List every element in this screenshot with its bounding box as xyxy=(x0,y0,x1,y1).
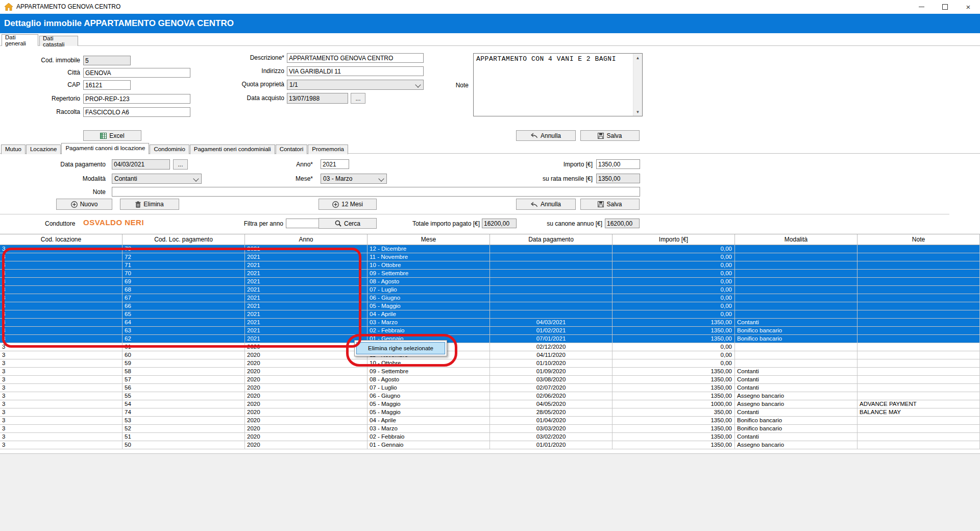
importo-field[interactable] xyxy=(596,159,640,169)
table-header-cell[interactable]: Importo [€] xyxy=(612,234,735,245)
raccolta-field[interactable] xyxy=(83,107,190,117)
note-textarea[interactable]: APPARTAMENTO CON 4 VANI E 2 BAGNI ▲ ▼ xyxy=(473,53,643,116)
anno-field[interactable] xyxy=(321,159,349,169)
table-row[interactable]: 356202007 - Luglio02/07/20201350,00Conta… xyxy=(0,384,980,392)
table-cell: Bonifico bancario xyxy=(735,327,857,335)
table-header-cell[interactable]: Cod. locazione xyxy=(0,234,122,245)
table-row[interactable]: 369202108 - Agosto0,00 xyxy=(0,278,980,286)
table-cell: 08 - Agosto xyxy=(368,278,490,286)
data-acquisto-field[interactable] xyxy=(287,93,348,104)
citta-field[interactable] xyxy=(83,68,190,78)
payment-note-field[interactable] xyxy=(112,187,640,197)
indirizzo-field[interactable] xyxy=(287,66,424,76)
table-cell: 60 xyxy=(122,351,245,359)
sub-tab[interactable]: Promemoria xyxy=(308,144,348,154)
salva-payment-button[interactable]: Salva xyxy=(580,199,640,210)
salva-top-button[interactable]: Salva xyxy=(580,130,640,141)
repertorio-field[interactable] xyxy=(83,94,190,104)
context-menu-item-elimina-righe[interactable]: Elimina righe selezionate xyxy=(356,342,445,354)
canone-annuo-field[interactable] xyxy=(605,219,640,228)
table-header-cell[interactable]: Cod. Loc. pagamento xyxy=(122,234,245,245)
data-acquisto-browse-button[interactable]: ... xyxy=(351,93,365,104)
table-cell: 2021 xyxy=(245,286,368,294)
sub-tab[interactable]: Pagamenti oneri condominiali xyxy=(190,144,275,154)
table-cell: 3 xyxy=(0,417,122,425)
table-row[interactable]: 361202012 - Dicembre02/12/20200,00 xyxy=(0,343,980,351)
sub-tab[interactable]: Pagamenti canoni di locazione xyxy=(61,143,149,154)
table-cell: 3 xyxy=(0,302,122,310)
table-cell: 64 xyxy=(122,319,245,327)
table-row[interactable]: 359202010 - Ottobre01/10/20200,00 xyxy=(0,359,980,368)
mese-dropdown[interactable]: 03 - Marzo xyxy=(321,174,387,184)
table-cell xyxy=(857,286,980,294)
table-row[interactable]: 355202006 - Giugno02/06/20201350,00Asseg… xyxy=(0,392,980,400)
table-row[interactable]: 353202004 - Aprile01/04/20201350,00Bonif… xyxy=(0,417,980,425)
sub-tab[interactable]: Locazione xyxy=(26,144,61,154)
app-window: APPARTAMENTO GENOVA CENTRO × Dettaglio i… xyxy=(0,0,980,531)
scroll-up-icon[interactable]: ▲ xyxy=(633,54,642,62)
table-row[interactable]: 366202105 - Maggio0,00 xyxy=(0,302,980,310)
table-cell xyxy=(857,294,980,302)
table-row[interactable]: 358202009 - Settembre01/09/20201350,00Co… xyxy=(0,368,980,376)
close-button[interactable]: × xyxy=(957,0,980,14)
minimize-button[interactable] xyxy=(910,0,933,14)
cerca-button[interactable]: Cerca xyxy=(318,218,377,229)
table-row[interactable]: 354202005 - Maggio04/05/20201000,00Asseg… xyxy=(0,400,980,408)
table-row[interactable]: 370202109 - Settembre0,00 xyxy=(0,270,980,278)
data-pagamento-browse-button[interactable]: ... xyxy=(173,159,188,170)
excel-button[interactable]: Excel xyxy=(83,130,141,141)
data-pagamento-field[interactable] xyxy=(112,159,170,170)
cap-field[interactable] xyxy=(83,80,131,90)
table-cell: Assegno bancario xyxy=(735,441,857,449)
table-row[interactable]: 357202008 - Agosto03/08/20201350,00Conta… xyxy=(0,376,980,384)
table-row[interactable]: 365202104 - Aprile0,00 xyxy=(0,310,980,319)
tab-dati-catastali[interactable]: Dati catastali xyxy=(39,36,78,46)
table-cell: 07/01/2021 xyxy=(490,335,612,343)
table-row[interactable]: 351202002 - Febbraio03/02/20201350,00Con… xyxy=(0,433,980,441)
table-row[interactable]: 367202106 - Giugno0,00 xyxy=(0,294,980,302)
elimina-button[interactable]: Elimina xyxy=(120,199,179,210)
table-cell: 71 xyxy=(122,261,245,270)
table-row[interactable]: 362202101 - Gennaio07/01/20211350,00Boni… xyxy=(0,335,980,343)
table-cell: 2020 xyxy=(245,441,368,449)
table-cell xyxy=(490,310,612,319)
scroll-down-icon[interactable]: ▼ xyxy=(633,108,642,116)
table-row[interactable]: 368202107 - Luglio0,00 xyxy=(0,286,980,294)
sub-tab[interactable]: Mutuo xyxy=(1,144,26,154)
table-cell: 3 xyxy=(0,294,122,302)
modalita-dropdown[interactable]: Contanti xyxy=(112,174,202,184)
nuovo-button[interactable]: Nuovo xyxy=(56,199,112,210)
table-cell: 08 - Agosto xyxy=(368,376,490,384)
sub-tab[interactable]: Contatori xyxy=(276,144,308,154)
table-row[interactable]: 360202011 - Novembre04/11/20200,00 xyxy=(0,351,980,359)
cod-immobile-field[interactable] xyxy=(83,56,131,65)
note-scrollbar[interactable]: ▲ ▼ xyxy=(633,54,642,116)
table-cell: 73 xyxy=(122,245,245,253)
table-cell: 03/03/2020 xyxy=(490,425,612,433)
table-cell: 56 xyxy=(122,384,245,392)
conduttore-name: OSVALDO NERI xyxy=(83,218,144,227)
quota-dropdown[interactable]: 1/1 xyxy=(287,80,424,90)
table-row[interactable]: 372202111 - Novembre0,00 xyxy=(0,253,980,261)
table-row[interactable]: 374202005 - Maggio28/05/2020350,00Contan… xyxy=(0,408,980,417)
table-header-cell[interactable]: Anno xyxy=(245,234,368,245)
table-header-cell[interactable]: Note xyxy=(857,234,980,245)
table-row[interactable]: 371202110 - Ottobre0,00 xyxy=(0,261,980,270)
maximize-button[interactable] xyxy=(933,0,957,14)
dodici-mesi-button[interactable]: 12 Mesi xyxy=(318,199,377,210)
table-row[interactable]: 373202112 - Dicembre0,00 xyxy=(0,245,980,253)
table-row[interactable]: 350202001 - Gennaio01/01/20201350,00Asse… xyxy=(0,441,980,449)
table-row[interactable]: 352202003 - Marzo03/03/20201350,00Bonifi… xyxy=(0,425,980,433)
annulla-top-button[interactable]: Annulla xyxy=(516,130,576,141)
rata-field[interactable] xyxy=(596,174,640,183)
tab-dati-generali[interactable]: Dati generali xyxy=(2,34,38,46)
table-header-cell[interactable]: Modalità xyxy=(735,234,857,245)
table-header-cell[interactable]: Mese xyxy=(368,234,490,245)
table-row[interactable]: 364202103 - Marzo04/03/20211350,00Contan… xyxy=(0,319,980,327)
table-header-cell[interactable]: Data pagamento xyxy=(490,234,612,245)
descrizione-field[interactable] xyxy=(287,53,424,63)
totale-pagato-field[interactable] xyxy=(482,219,517,228)
table-row[interactable]: 363202102 - Febbraio01/02/20211350,00Bon… xyxy=(0,327,980,335)
annulla-payment-button[interactable]: Annulla xyxy=(516,199,576,210)
sub-tab[interactable]: Condominio xyxy=(150,144,189,154)
